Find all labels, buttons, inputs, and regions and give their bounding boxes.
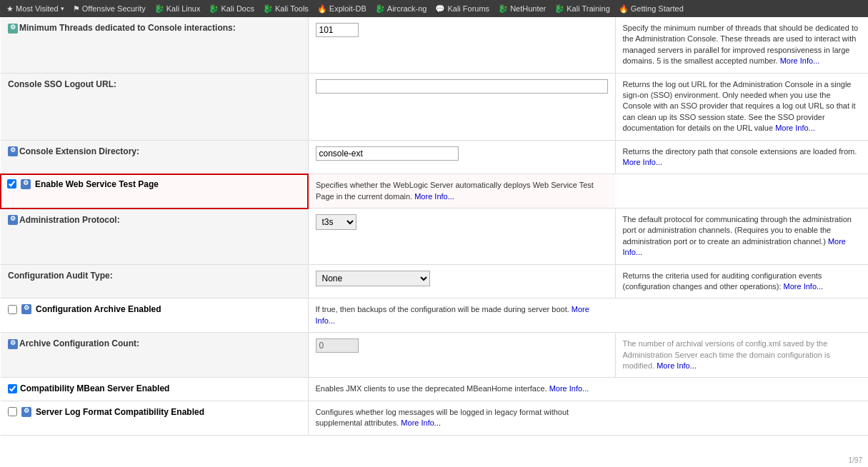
desc-text-archive-count: The number of archival versions of confi… [623,339,830,370]
input-cell-config-audit: NoneChange LogChange Log and Audit Log [308,264,615,298]
table-row-compatibility-mbean: Compatibility MBean Server EnabledEnable… [1,378,868,401]
nav-icon: ⚑ [73,4,80,14]
nav-label: Aircrack-ng [387,4,427,13]
input-cell-config-archive: ⚙Configuration Archive Enabled [1,298,308,333]
label-icon-enable-webservice: ⚙ [21,179,31,189]
main-content: ⚙Minimum Threads dedicated to Console in… [0,17,868,436]
input-cell-console-extension [308,140,615,174]
checkbox-label-config-archive[interactable]: ⚙Configuration Archive Enabled [8,304,301,314]
desc-cell-server-log-format: Configures whether log messages will be … [308,401,615,435]
more-link-enable-webservice[interactable]: More Info... [414,192,454,201]
table-row-console-sso: Console SSO Logout URL:Returns the log o… [1,73,868,140]
label-cell-console-extension: ⚙Console Extension Directory: [1,140,308,174]
label-icon-admin-protocol: ⚙ [8,215,18,225]
nav-item-nethunter[interactable]: 🐉NetHunter [496,4,548,14]
label-text-archive-count: Archive Configuration Count: [19,338,139,348]
nav-icon: 🐉 [263,4,273,14]
table-row-min-threads: ⚙Minimum Threads dedicated to Console in… [1,17,868,73]
nav-label: Getting Started [631,4,684,13]
checkbox-enable-webservice[interactable] [7,179,16,189]
label-text-console-extension: Console Extension Directory: [19,146,139,156]
input-archive-count[interactable] [316,338,359,353]
nav-label: Kali Forums [447,4,489,13]
input-cell-compatibility-mbean: Compatibility MBean Server Enabled [1,378,308,401]
input-cell-enable-webservice: ⚙Enable Web Service Test Page [1,174,308,209]
table-row-admin-protocol: ⚙Administration Protocol:t3st3httpshttpT… [1,209,868,265]
input-min-threads[interactable] [316,23,359,37]
label-cell-admin-protocol: ⚙Administration Protocol: [1,209,308,265]
desc-text-min-threads: Specify the minimum number of threads th… [623,24,859,65]
checkbox-text-compatibility-mbean: Compatibility MBean Server Enabled [20,383,169,393]
input-console-sso[interactable] [316,79,608,94]
nav-icon: 🐉 [154,4,164,14]
more-link-server-log-format[interactable]: More Info... [401,418,441,427]
table-row-enable-webservice: ⚙Enable Web Service Test PageSpecifies w… [1,174,868,209]
nav-icon: ★ [6,4,14,14]
nav-label: Kali Linux [166,4,201,13]
label-icon-archive-count: ⚙ [8,339,18,349]
more-link-config-audit[interactable]: More Info... [784,282,824,291]
more-link-console-sso[interactable]: More Info... [775,124,815,132]
nav-icon: 💬 [435,4,445,14]
nav-item-kali-forums[interactable]: 💬Kali Forums [433,4,492,14]
nav-label: Offensive Security [82,4,146,13]
checkbox-text-server-log-format: Server Log Format Compatibility Enabled [36,407,204,417]
nav-icon: 🐉 [375,4,385,14]
table-row-config-audit: Configuration Audit Type:NoneChange LogC… [1,264,868,298]
more-link-console-extension[interactable]: More Info... [623,158,663,166]
desc-text-enable-webservice: Specifies whether the WebLogic Server au… [316,181,594,200]
nav-item-exploit-db[interactable]: 🔥Exploit-DB [315,4,369,14]
nav-item-kali-linux[interactable]: 🐉Kali Linux [152,4,203,14]
nav-icon: 🐉 [498,4,508,14]
label-cell-console-sso: Console SSO Logout URL: [1,73,308,140]
nav-item-offensive-security[interactable]: ⚑Offensive Security [71,4,148,14]
checkbox-label-compatibility-mbean[interactable]: Compatibility MBean Server Enabled [8,383,301,393]
more-link-archive-count[interactable]: More Info... [657,361,697,370]
nav-label: NetHunter [510,4,546,13]
select-config-audit[interactable]: NoneChange LogChange Log and Audit Log [316,271,430,286]
nav-item-kali-docs[interactable]: 🐉Kali Docs [206,4,256,14]
label-icon-min-threads: ⚙ [8,24,18,34]
desc-text-console-sso: Returns the log out URL for the Administ… [623,80,856,133]
checkbox-server-log-format[interactable] [8,407,17,416]
label-icon-config-archive: ⚙ [21,304,31,314]
label-cell-min-threads: ⚙Minimum Threads dedicated to Console in… [1,17,308,73]
input-cell-admin-protocol: t3st3httpshttp [308,209,615,265]
table-row-archive-count: ⚙Archive Configuration Count:The number … [1,333,868,378]
desc-cell-config-archive: If true, then backups of the configurati… [308,298,615,333]
nav-item-kali-tools[interactable]: 🐉Kali Tools [261,4,311,14]
nav-arrow: ▾ [61,5,64,12]
desc-cell-enable-webservice: Specifies whether the WebLogic Server au… [308,174,615,209]
nav-icon: 🐉 [209,4,219,14]
checkbox-text-config-archive: Configuration Archive Enabled [36,304,161,314]
label-cell-archive-count: ⚙Archive Configuration Count: [1,333,308,378]
checkbox-label-enable-webservice[interactable]: ⚙Enable Web Service Test Page [7,179,301,189]
select-admin-protocol[interactable]: t3st3httpshttp [316,214,356,230]
input-cell-console-sso [308,73,615,140]
more-link-min-threads[interactable]: More Info... [780,56,820,65]
nav-label: Exploit-DB [329,4,366,13]
input-cell-archive-count [308,333,615,378]
nav-item-kali-training[interactable]: 🐉Kali Training [552,4,612,14]
desc-cell-admin-protocol: The default protocol for communicating t… [615,209,868,265]
label-text-admin-protocol: Administration Protocol: [19,215,120,225]
nav-item-aircrack-ng[interactable]: 🐉Aircrack-ng [373,4,429,14]
checkbox-text-enable-webservice: Enable Web Service Test Page [35,179,159,189]
desc-cell-console-sso: Returns the log out URL for the Administ… [615,73,868,140]
more-link-compatibility-mbean[interactable]: More Info... [549,384,589,393]
desc-cell-min-threads: Specify the minimum number of threads th… [615,17,868,73]
nav-label: Most Visited [16,4,59,13]
nav-label: Kali Docs [221,4,254,13]
nav-item-getting-started[interactable]: 🔥Getting Started [617,4,686,14]
desc-cell-archive-count: The number of archival versions of confi… [615,333,868,378]
input-console-extension[interactable] [316,146,459,161]
checkbox-config-archive[interactable] [8,305,17,314]
checkbox-label-server-log-format[interactable]: ⚙Server Log Format Compatibility Enabled [8,407,301,417]
nav-item-most-visited[interactable]: ★Most Visited▾ [4,4,66,14]
desc-cell-console-extension: Returns the directory path that console … [615,140,868,174]
label-icon-server-log-format: ⚙ [21,407,31,417]
desc-text-server-log-format: Configures whether log messages will be … [316,408,569,427]
checkbox-compatibility-mbean[interactable] [8,384,17,393]
label-icon-console-extension: ⚙ [8,146,18,156]
nav-icon: 🔥 [317,4,327,14]
